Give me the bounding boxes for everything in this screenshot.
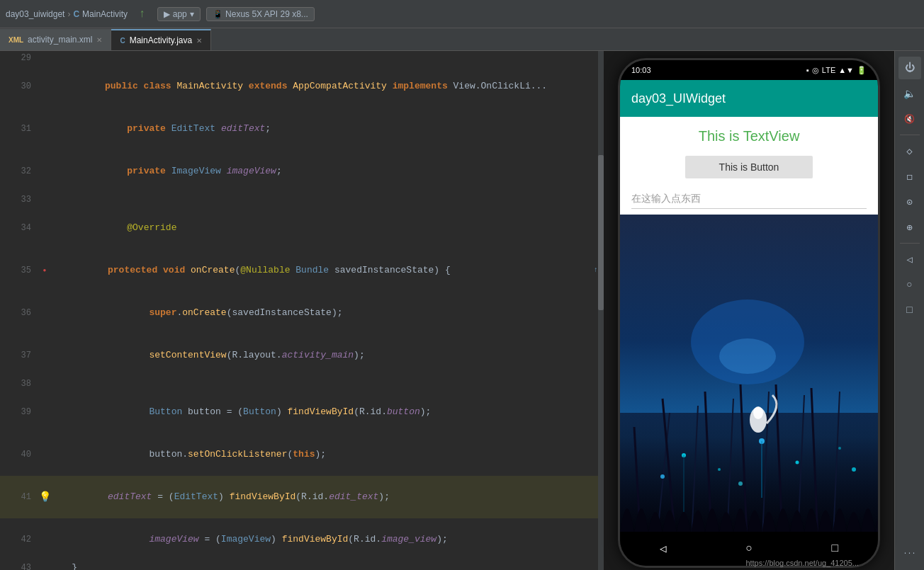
app-label: app: [173, 9, 187, 19]
tab-java-close[interactable]: ✕: [196, 37, 202, 45]
zoom-in-icon: ⊕: [906, 222, 912, 234]
rotate-button[interactable]: ◇: [898, 139, 921, 162]
run-app-button[interactable]: ▶ app ▾: [157, 7, 201, 21]
svg-point-17: [718, 468, 721, 471]
eraser-button[interactable]: ◻: [898, 165, 921, 188]
breadcrumb: day03_uiwidget › C MainActivity: [6, 9, 128, 19]
nav-back-icon: ◁: [906, 253, 912, 266]
phone-status-icons: ▪ ◎ LTE ▲▼ 🔋: [806, 66, 867, 75]
phone-device: 10:03 ▪ ◎ LTE ▲▼ 🔋 day03_UIWidget This i…: [618, 58, 880, 568]
nav-home-icon: ○: [906, 279, 912, 290]
nav-recents-toolbar-button[interactable]: □: [898, 299, 921, 321]
phone-button[interactable]: This is Button: [685, 156, 813, 178]
navigation-arrow[interactable]: ↑: [139, 8, 146, 21]
phone-home-button[interactable]: ○: [745, 542, 753, 555]
scrollbar-thumb[interactable]: [598, 155, 604, 311]
phone-app-bar: day03_UIWidget: [620, 80, 878, 117]
java-icon: C: [120, 37, 125, 45]
code-line-41: 41 💡 editText = (EditText) findViewById(…: [0, 476, 604, 518]
eraser-icon: ◻: [906, 171, 912, 183]
code-line-38: 38: [0, 377, 604, 391]
main-content: 29 30 public class MainActivity extends …: [0, 51, 924, 570]
right-toolbar: ⏻ 🔈 🔇 ◇ ◻ ⊙ ⊕ ◁ ○ □ ···: [894, 51, 924, 570]
watermark: https://blog.csdn.net/ug_41205...: [745, 559, 859, 567]
phone-edittext[interactable]: 在这输入点东西: [631, 190, 867, 209]
rotate-icon: ◇: [906, 145, 912, 157]
tab-xml-close[interactable]: ✕: [96, 36, 102, 44]
clock-icon: ◎: [812, 66, 819, 75]
nav-home-toolbar-button[interactable]: ○: [898, 273, 921, 296]
toolbar-separator-2: [900, 243, 920, 244]
device-icon: 📱: [213, 9, 223, 19]
tab-xml-label: activity_main.xml: [28, 35, 92, 45]
svg-point-2: [719, 338, 776, 374]
breadcrumb-project[interactable]: day03_uiwidget: [6, 9, 64, 19]
svg-point-19: [796, 461, 799, 464]
phone-status-bar: 10:03 ▪ ◎ LTE ▲▼ 🔋: [620, 60, 878, 80]
volume-up-icon: 🔈: [903, 88, 915, 100]
power-button[interactable]: ⏻: [898, 57, 921, 79]
tab-java[interactable]: C MainActivity.java ✕: [111, 29, 211, 50]
code-line-30: 30 public class MainActivity extends App…: [0, 65, 604, 108]
phone-textview: This is TextView: [620, 117, 878, 156]
toolbar-separator-1: [900, 135, 920, 135]
nav-back-button[interactable]: ◁: [898, 248, 921, 270]
tab-xml[interactable]: XML activity_main.xml ✕: [0, 29, 111, 50]
dropdown-icon: ▾: [190, 9, 194, 19]
device-selector-button[interactable]: 📱 Nexus 5X API 29 x8...: [206, 7, 315, 21]
code-line-29: 29: [0, 51, 604, 65]
top-bar: day03_uiwidget › C MainActivity ↑ ▶ app …: [0, 0, 924, 28]
svg-point-22: [660, 474, 665, 479]
zoom-in-button[interactable]: ⊕: [898, 216, 921, 239]
device-label: Nexus 5X API 29 x8...: [225, 9, 308, 19]
screenshot-icon: ⊙: [906, 196, 912, 208]
code-line-40: 40 button.setOnClickListener(this);: [0, 433, 604, 476]
phone-recents-button[interactable]: □: [832, 542, 839, 555]
lte-icon: LTE: [822, 66, 835, 74]
code-line-35: 35 ● protected void onCreate(@Nullable B…: [0, 249, 604, 292]
svg-point-21: [838, 447, 841, 450]
code-line-32: 32 private ImageView imageView;: [0, 150, 604, 193]
code-editor[interactable]: 29 30 public class MainActivity extends …: [0, 51, 604, 570]
mute-icon: 🔇: [904, 114, 915, 125]
tab-bar: XML activity_main.xml ✕ C MainActivity.j…: [0, 28, 924, 51]
code-line-36: 36 super.onCreate(savedInstanceState);: [0, 292, 604, 334]
phone-app-content: This is TextView This is Button 在这输入点东西: [620, 117, 878, 532]
svg-point-23: [852, 467, 856, 472]
phone-app-title: day03_UIWidget: [631, 91, 726, 106]
xml-icon: XML: [9, 36, 23, 44]
code-line-34: 34 @Override: [0, 207, 604, 249]
breadcrumb-c-icon: C: [73, 9, 79, 19]
code-line-43: 43 }: [0, 561, 604, 570]
code-line-39: 39 Button button = (Button) findViewById…: [0, 391, 604, 433]
breadcrumb-sep1: ›: [67, 9, 70, 19]
code-line-31: 31 private EditText editText;: [0, 108, 604, 150]
screenshot-button[interactable]: ⊙: [898, 190, 921, 213]
more-options-button[interactable]: ···: [898, 542, 921, 564]
battery-icon: 🔋: [857, 66, 867, 75]
scrollbar-track[interactable]: [598, 51, 604, 570]
notification-icon: ▪: [806, 66, 809, 74]
svg-point-20: [738, 481, 743, 486]
code-lines: 29 30 public class MainActivity extends …: [0, 51, 604, 570]
phone-back-button[interactable]: ◁: [660, 542, 667, 556]
power-icon: ⏻: [905, 62, 915, 74]
breadcrumb-class[interactable]: MainActivity: [82, 9, 128, 19]
toolbar-actions: ▶ app ▾ 📱 Nexus 5X API 29 x8...: [157, 7, 315, 21]
phone-button-wrap: This is Button: [620, 156, 878, 184]
mute-button[interactable]: 🔇: [898, 108, 921, 130]
phone-image: [620, 215, 878, 532]
svg-point-27: [753, 406, 763, 419]
phone-time: 10:03: [631, 66, 651, 74]
run-icon: ▶: [164, 9, 170, 19]
tab-java-label: MainActivity.java: [130, 35, 192, 45]
nav-recents-icon: □: [906, 304, 912, 316]
volume-button[interactable]: 🔈: [898, 82, 921, 105]
code-line-37: 37 setContentView(R.layout.activity_main…: [0, 334, 604, 377]
code-line-33: 33: [0, 193, 604, 207]
code-line-42: 42 imageView = (ImageView) findViewById(…: [0, 518, 604, 561]
more-icon: ···: [903, 549, 915, 557]
phone-container: 10:03 ▪ ◎ LTE ▲▼ 🔋 day03_UIWidget This i…: [604, 51, 894, 570]
signal-icon: ▲▼: [838, 66, 854, 74]
